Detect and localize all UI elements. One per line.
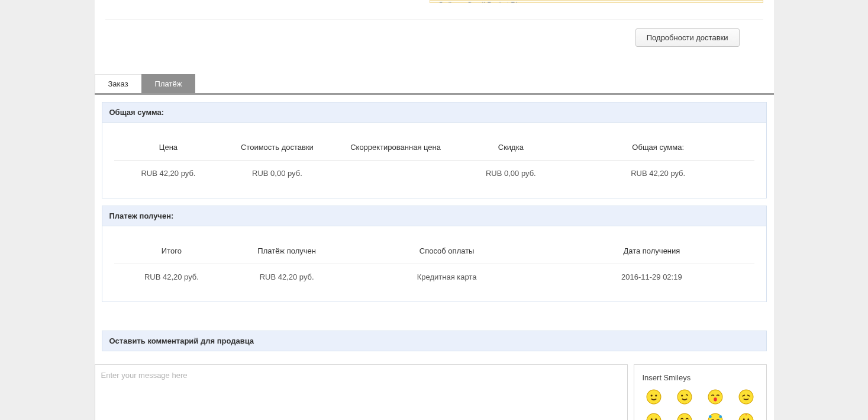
delivery-details-button[interactable]: Подробности доставки <box>635 28 740 47</box>
col-discount: Скидка <box>460 138 562 161</box>
svg-point-15 <box>719 415 722 418</box>
cell-discount: RUB 0,00 руб. <box>460 161 562 191</box>
cell-adjusted <box>331 161 459 191</box>
smileys-grid <box>643 389 758 420</box>
svg-point-7 <box>739 390 753 404</box>
comment-section-title: Оставить комментарий для продавца <box>102 331 767 351</box>
smiley-icon[interactable] <box>677 413 692 420</box>
svg-point-6 <box>714 397 717 402</box>
cell-date: 2016-11-29 02:19 <box>549 264 754 295</box>
message-textarea[interactable] <box>95 364 628 420</box>
smiley-icon[interactable] <box>646 413 662 420</box>
col-date: Дата получения <box>549 242 754 264</box>
payment-panel-title: Платеж получен: <box>102 206 766 226</box>
svg-point-14 <box>709 415 712 418</box>
table-row: RUB 42,20 руб. RUB 42,20 руб. Кредитная … <box>114 264 754 295</box>
col-shipping: Стоимость доставки <box>222 138 331 161</box>
smiley-icon[interactable] <box>646 389 662 405</box>
smileys-title: Insert Smileys <box>643 373 758 382</box>
col-received: Платёж получен <box>229 242 344 264</box>
svg-point-1 <box>650 395 652 396</box>
svg-point-2 <box>655 395 657 396</box>
shipping-info-block: Ordinary Small Packet Plus. Подробности … <box>95 0 774 63</box>
svg-point-3 <box>677 390 692 404</box>
col-price: Цена <box>114 138 223 161</box>
cell-method: Кредитная карта <box>344 264 549 295</box>
smiley-icon[interactable] <box>677 389 692 405</box>
payment-panel: Платеж получен: Итого Платёж получен Спо… <box>102 206 767 302</box>
divider <box>105 20 763 20</box>
cell-price: RUB 42,20 руб. <box>114 161 223 191</box>
smiley-icon[interactable] <box>738 389 754 405</box>
cell-received: RUB 42,20 руб. <box>229 264 344 295</box>
cell-total: RUB 42,20 руб. <box>562 161 754 191</box>
svg-point-12 <box>677 413 692 420</box>
col-method: Способ оплаты <box>344 242 549 264</box>
totals-panel: Общая сумма: Цена Стоимость доставки Ско… <box>102 102 767 198</box>
cell-ptotal: RUB 42,20 руб. <box>114 264 230 295</box>
shipping-method-link[interactable]: Ordinary Small Packet Plus. <box>438 1 527 3</box>
smiley-icon[interactable] <box>708 389 723 405</box>
smiley-icon[interactable] <box>708 413 723 420</box>
table-header-row: Итого Платёж получен Способ оплаты Дата … <box>114 242 754 264</box>
tabs-bar: Заказ Платёж <box>95 74 774 95</box>
smileys-panel: Insert Smileys <box>634 364 767 420</box>
col-ptotal: Итого <box>114 242 230 264</box>
comment-area: Insert Smileys <box>95 364 767 420</box>
payment-table: Итого Платёж получен Способ оплаты Дата … <box>114 242 754 294</box>
cell-shipping: RUB 0,00 руб. <box>222 161 331 191</box>
table-header-row: Цена Стоимость доставки Скорректированна… <box>114 138 754 161</box>
shipping-method-box: Ordinary Small Packet Plus. <box>430 0 763 3</box>
svg-point-5 <box>708 390 722 404</box>
svg-point-8 <box>647 413 661 420</box>
col-total: Общая сумма: <box>562 138 754 161</box>
svg-point-4 <box>681 395 683 396</box>
totals-table: Цена Стоимость доставки Скорректированна… <box>114 138 754 191</box>
col-adjusted: Скорректированная цена <box>331 138 459 161</box>
svg-point-0 <box>647 390 661 404</box>
tab-order[interactable]: Заказ <box>95 74 142 93</box>
totals-panel-title: Общая сумма: <box>102 102 766 123</box>
table-row: RUB 42,20 руб. RUB 0,00 руб. RUB 0,00 ру… <box>114 161 754 191</box>
tab-payment[interactable]: Платёж <box>141 74 196 93</box>
smiley-icon[interactable] <box>738 413 754 420</box>
